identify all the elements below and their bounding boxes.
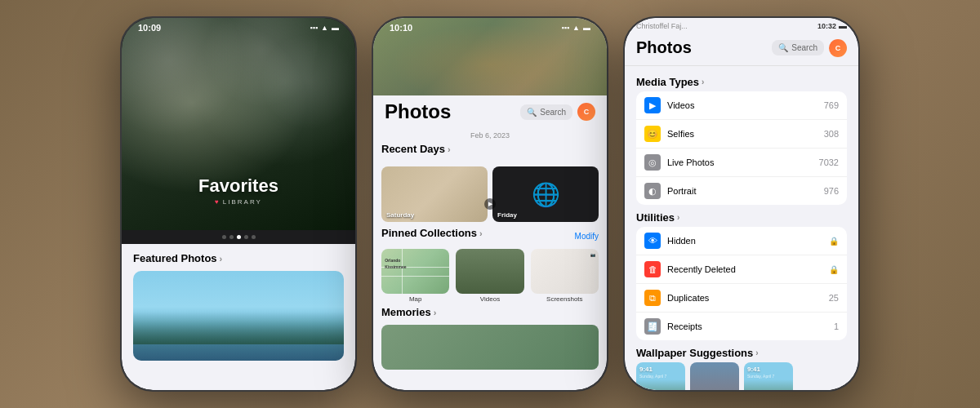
- media-types-chevron-icon: ›: [702, 78, 704, 86]
- portrait-name: Portrait: [667, 186, 817, 196]
- list-row-hidden[interactable]: 👁 Hidden 🔒: [636, 227, 847, 255]
- avatar-2[interactable]: C: [577, 103, 595, 121]
- live-photos-name: Live Photos: [667, 157, 813, 167]
- map-label: Map: [381, 295, 449, 303]
- photos-title-row: Photos 🔍 Search C: [385, 100, 595, 123]
- portrait-count: 976: [824, 186, 839, 196]
- phone-3-screen: Christoffel Faj... 10:32 ▬ Photos 🔍 Sear…: [625, 18, 858, 390]
- list-row-videos[interactable]: ▶ Videos 769: [636, 91, 847, 120]
- pinned-header[interactable]: Pinned Collections ›: [381, 227, 483, 239]
- media-types-group: ▶ Videos 769 😊 Selfies 308 ◎ Live Photos…: [636, 91, 847, 205]
- modify-button[interactable]: Modify: [575, 232, 599, 241]
- recent-days-row: Saturday 🌐 Friday: [381, 166, 599, 222]
- avatar-3[interactable]: C: [829, 39, 847, 57]
- wp1-time: 9:41: [636, 362, 685, 374]
- hero-food-image: 10:10 ▪▪▪ ▲ ▬: [373, 18, 607, 95]
- status-time-1: 10:09: [138, 23, 161, 33]
- pinned-screenshots[interactable]: 📷 Screenshots: [531, 249, 599, 303]
- friday-label: Friday: [497, 211, 517, 219]
- list-row-duplicates[interactable]: ⧉ Duplicates 25: [636, 284, 847, 313]
- media-types-header[interactable]: Media Types ›: [636, 76, 847, 88]
- memories-header[interactable]: Memories ›: [381, 306, 599, 318]
- featured-chevron-icon: ›: [220, 254, 223, 264]
- search-icon-3: 🔍: [778, 43, 788, 52]
- dot-4[interactable]: [244, 235, 248, 239]
- dot-1[interactable]: [222, 235, 226, 239]
- selfies-name: Selfies: [667, 129, 817, 139]
- signal-icon: ▪▪▪: [310, 24, 318, 32]
- videos-icon: ▶: [644, 97, 661, 113]
- utilities-header[interactable]: Utilities ›: [636, 211, 847, 224]
- list-row-portrait[interactable]: ◐ Portrait 976: [636, 177, 847, 205]
- deleted-lock-icon: 🔒: [829, 265, 839, 274]
- phone-3: Christoffel Faj... 10:32 ▬ Photos 🔍 Sear…: [623, 16, 860, 392]
- wallpaper-3[interactable]: 9:41 Sunday, April 7: [744, 362, 793, 390]
- memories-thumb[interactable]: [381, 325, 599, 370]
- featured-photos-label: Featured Photos: [133, 252, 217, 264]
- featured-photos-header[interactable]: Featured Photos ›: [133, 252, 344, 264]
- screenshots-mini-icon: 📷: [590, 252, 595, 257]
- screenshots-label: Screenshots: [531, 295, 599, 303]
- deleted-icon: 🗑: [644, 261, 661, 277]
- wallpaper-thumbs: 9:41 Sunday, April 7 9:41 Sunday, April …: [636, 362, 847, 390]
- hero-image-1: Favorites ♥ LIBRARY: [122, 18, 355, 230]
- portrait-icon: ◐: [644, 183, 661, 199]
- utilities-group: 👁 Hidden 🔒 🗑 Recently Deleted 🔒 ⧉ Duplic…: [636, 227, 847, 340]
- favorites-subtitle: ♥ LIBRARY: [122, 198, 355, 206]
- wallpaper-header[interactable]: Wallpaper Suggestions ›: [636, 347, 847, 359]
- saturday-label: Saturday: [386, 211, 414, 219]
- trees-overlay: [133, 312, 344, 344]
- search-icon-2: 🔍: [527, 108, 537, 117]
- screenshots-thumb: 📷: [531, 249, 599, 294]
- pinned-chevron-icon: ›: [479, 228, 483, 238]
- recent-days-header-row: Recent Days ›: [381, 143, 599, 162]
- pinned-header-row: Pinned Collections › Modify: [381, 227, 599, 246]
- day-saturday-thumb[interactable]: Saturday: [381, 166, 488, 222]
- deleted-name: Recently Deleted: [667, 264, 822, 274]
- phone-2-scroll: Recent Days › Saturday 🌐 Friday: [373, 143, 607, 370]
- status-time-2: 10:10: [390, 23, 412, 33]
- globe-icon: 🌐: [532, 181, 560, 208]
- search-button-2[interactable]: 🔍 Search: [520, 104, 572, 120]
- list-row-receipts[interactable]: 🧾 Receipts 1: [636, 313, 847, 340]
- receipts-name: Receipts: [667, 322, 827, 331]
- videos-count: 769: [824, 100, 839, 110]
- list-row-live-photos[interactable]: ◎ Live Photos 7032: [636, 149, 847, 177]
- status-name-3: Christoffel Faj...: [636, 22, 688, 30]
- wallpaper-2[interactable]: [690, 362, 739, 390]
- dot-3-active[interactable]: [237, 235, 241, 239]
- hidden-icon: 👁: [644, 233, 661, 249]
- carousel-dots: [122, 230, 355, 244]
- featured-photo-thumb[interactable]: [133, 271, 344, 361]
- list-row-recently-deleted[interactable]: 🗑 Recently Deleted 🔒: [636, 255, 847, 284]
- recent-days-header[interactable]: Recent Days ›: [381, 143, 451, 155]
- status-icons-2: ▪▪▪ ▲ ▬: [562, 24, 591, 32]
- wp3-time: 9:41: [744, 362, 793, 374]
- phone-1-screen: 10:09 ▪▪▪ ▲ ▬ Favorites ♥ LIBRARY: [122, 18, 355, 390]
- pinned-map[interactable]: Orlando Kissimmee Map: [381, 249, 449, 303]
- phone-3-title-row: Photos 🔍 Search C: [636, 38, 847, 57]
- dot-5[interactable]: [252, 235, 256, 239]
- pinned-videos[interactable]: ▶ Videos: [456, 249, 523, 303]
- wifi-icon-2: ▲: [572, 24, 580, 32]
- receipts-icon: 🧾: [644, 318, 661, 335]
- hidden-name: Hidden: [667, 236, 822, 246]
- live-photos-count: 7032: [819, 157, 839, 167]
- search-button-3[interactable]: 🔍 Search: [772, 40, 824, 55]
- list-row-selfies[interactable]: 😊 Selfies 308: [636, 120, 847, 149]
- phone-2: 10:10 ▪▪▪ ▲ ▬ Photos 🔍 Search: [372, 16, 608, 392]
- photos-title-3: Photos: [636, 38, 692, 57]
- memories-chevron-icon: ›: [434, 308, 437, 317]
- phone-2-screen: 10:10 ▪▪▪ ▲ ▬ Photos 🔍 Search: [373, 18, 607, 390]
- heart-icon: ♥: [215, 198, 220, 206]
- status-icons-3: 10:32 ▬: [817, 21, 847, 30]
- day-friday-thumb[interactable]: 🌐 Friday: [492, 166, 599, 222]
- duplicates-count: 25: [829, 293, 839, 303]
- wp1-date: Sunday, April 7: [636, 374, 685, 379]
- wifi-icon: ▲: [321, 24, 328, 32]
- dot-2[interactable]: [229, 235, 234, 239]
- wp3-date: Sunday, April 7: [744, 374, 793, 379]
- hidden-lock-icon: 🔒: [829, 237, 839, 246]
- selfies-icon: 😊: [644, 126, 661, 142]
- wallpaper-1[interactable]: 9:41 Sunday, April 7: [636, 362, 685, 390]
